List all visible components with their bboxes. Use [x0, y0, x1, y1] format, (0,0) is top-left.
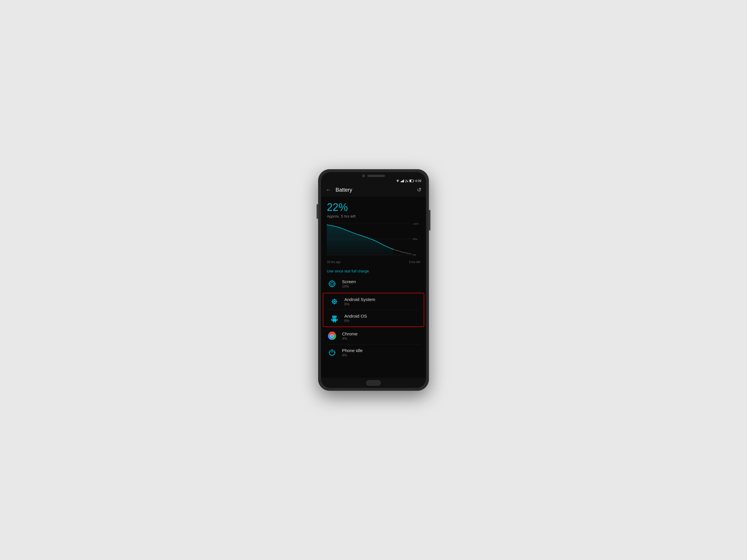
- camera-area: [362, 175, 385, 177]
- header-title: Battery: [336, 187, 352, 193]
- screen-item-percent: 10%: [342, 284, 420, 289]
- divider-1: [327, 292, 420, 292]
- back-button[interactable]: ←: [326, 187, 331, 193]
- svg-rect-4: [403, 180, 404, 182]
- svg-rect-10: [413, 181, 414, 181]
- svg-rect-7: [407, 181, 407, 182]
- android-os-percent: 6%: [344, 319, 418, 323]
- phone-idle-item-text: Phone idle 4%: [342, 348, 420, 357]
- home-button[interactable]: [366, 380, 381, 385]
- svg-marker-0: [397, 181, 398, 182]
- svg-rect-1: [401, 181, 402, 182]
- screen-item-name: Screen: [342, 279, 420, 284]
- battery-item-chrome[interactable]: Chrome 4%: [321, 328, 426, 344]
- phone-screen: 4:09 ← Battery ↺ 22% Approx. 5 hrs left: [321, 172, 426, 388]
- svg-rect-2: [402, 181, 403, 182]
- phone-idle-item-name: Phone idle: [342, 348, 420, 353]
- speaker-grill: [367, 175, 385, 177]
- battery-time-left: Approx. 5 hrs left: [327, 214, 420, 218]
- app-header: ← Battery ↺: [321, 183, 426, 196]
- android-system-icon: [329, 296, 340, 307]
- battery-item-screen[interactable]: Screen 10%: [321, 276, 426, 292]
- chart-labels: 18 hrs ago 5 hrs left: [327, 259, 420, 265]
- svg-point-19: [331, 282, 334, 285]
- battery-item-android-system[interactable]: Android System 8%: [323, 293, 424, 310]
- svg-point-44: [331, 335, 333, 337]
- svg-rect-28: [336, 301, 337, 302]
- chart-svg: 100% 50% 0%: [327, 223, 420, 258]
- signal-icon: [401, 179, 404, 182]
- chrome-item-name: Chrome: [342, 331, 420, 336]
- chrome-item-percent: 4%: [342, 337, 420, 341]
- phone-bottom: [321, 378, 426, 388]
- android-os-text: Android OS 6%: [344, 314, 418, 323]
- svg-rect-38: [331, 319, 332, 321]
- phone-idle-icon: [327, 347, 337, 358]
- battery-chart: 100% 50% 0% 18 hrs ago 5 hrs left: [321, 221, 426, 265]
- battery-info: 22% Approx. 5 hrs left: [321, 196, 426, 221]
- svg-point-36: [335, 317, 336, 317]
- battery-item-android-os[interactable]: Android OS 6%: [323, 310, 424, 326]
- android-os-name: Android OS: [344, 314, 418, 319]
- svg-rect-39: [337, 319, 338, 321]
- svg-rect-3: [403, 180, 403, 182]
- svg-text:50%: 50%: [413, 238, 417, 241]
- android-system-text: Android System 8%: [344, 297, 418, 306]
- svg-rect-6: [405, 181, 406, 182]
- svg-rect-37: [332, 319, 336, 321]
- svg-rect-40: [333, 321, 334, 323]
- phone-top-bar: [321, 172, 426, 179]
- screen-item-text: Screen 10%: [342, 279, 420, 289]
- screen-icon: [327, 278, 337, 289]
- svg-rect-41: [335, 321, 336, 323]
- section-header: Use since last full charge: [321, 265, 426, 276]
- wifi-icon: [396, 179, 400, 182]
- battery-item-phone-idle[interactable]: Phone idle 4%: [321, 344, 426, 361]
- camera-dot: [362, 175, 365, 177]
- svg-point-35: [333, 317, 334, 317]
- phone-idle-item-percent: 4%: [342, 353, 420, 357]
- android-os-icon: [329, 313, 340, 323]
- battery-percentage: 22%: [327, 201, 420, 213]
- chart-label-right: 5 hrs left: [409, 261, 420, 264]
- svg-rect-27: [332, 301, 333, 302]
- status-time: 4:09: [415, 179, 421, 183]
- svg-point-24: [334, 301, 335, 302]
- highlighted-group: Android System 8%: [323, 293, 424, 327]
- status-bar: 4:09: [321, 179, 426, 183]
- svg-text:0%: 0%: [413, 254, 416, 257]
- svg-point-18: [329, 281, 335, 287]
- svg-rect-25: [334, 299, 335, 300]
- chrome-item-text: Chrome 4%: [342, 331, 420, 341]
- battery-status-icon: [409, 179, 414, 182]
- phone-frame: 4:09 ← Battery ↺ 22% Approx. 5 hrs left: [318, 169, 429, 391]
- svg-rect-11: [410, 180, 411, 182]
- android-system-percent: 8%: [344, 302, 418, 306]
- svg-rect-26: [334, 303, 335, 304]
- refresh-button[interactable]: ↺: [417, 187, 421, 193]
- svg-rect-8: [408, 180, 408, 182]
- main-screen[interactable]: ← Battery ↺ 22% Approx. 5 hrs left: [321, 183, 426, 378]
- svg-text:100%: 100%: [413, 223, 419, 225]
- chrome-icon: [327, 331, 337, 341]
- android-system-name: Android System: [344, 297, 418, 302]
- chart-label-left: 18 hrs ago: [327, 261, 340, 264]
- status-icons: 4:09: [396, 179, 421, 183]
- header-left: ← Battery: [326, 187, 352, 193]
- no-signal-icon: [405, 179, 408, 182]
